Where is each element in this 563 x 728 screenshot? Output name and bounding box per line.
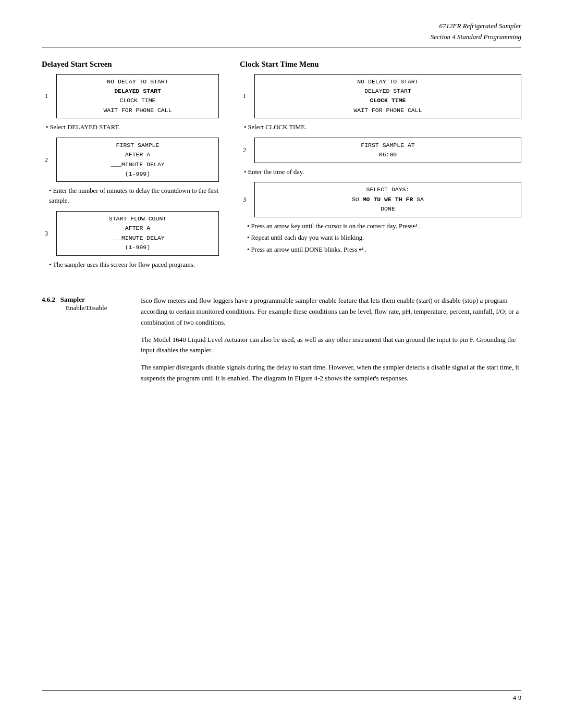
clock-start-title: Clock Start Time Menu — [240, 60, 521, 69]
ds1-line4: WAIT FOR PHONE CALL — [62, 106, 213, 115]
clock-bullet-1: • Select CLOCK TIME. — [244, 122, 521, 132]
ds2-line2: AFTER A — [62, 150, 213, 159]
clock-screen-2: FIRST SAMPLE AT 06:00 — [254, 138, 521, 163]
subsection-para-3: The sampler disregards disable signals d… — [141, 362, 521, 384]
cs3-line3: DONE — [260, 204, 516, 214]
page-number: 4-9 — [513, 694, 521, 701]
header-line2: Section 4 Standard Programming — [42, 32, 521, 43]
cs3-line2: SU MO TU WE TH FR SA — [260, 195, 516, 204]
delayed-screen-3: START FLOW COUNT AFTER A ___MINUTE DELAY… — [56, 211, 219, 256]
cs1-line4: WAIT FOR PHONE CALL — [260, 106, 516, 115]
clock-screen-1-wrapper: 1 NO DELAY TO START DELAYED START CLOCK … — [254, 74, 521, 119]
subsection-title-block: 4.6.2 Sampler Enable/Disable — [42, 295, 125, 390]
header-line1: 6712FR Refrigerated Sampler — [42, 21, 521, 32]
delayed-bullet-2-item: Enter the number of minutes to delay the… — [49, 186, 219, 206]
clock-screen-3: SELECT DAYS: SU MO TU WE TH FR SA DONE — [254, 182, 521, 217]
subsection-462: 4.6.2 Sampler Enable/Disable Isco flow m… — [42, 295, 521, 390]
footer: 4-9 — [42, 690, 521, 702]
delayed-screen-2: FIRST SAMPLE AFTER A ___MINUTE DELAY (1-… — [56, 138, 219, 182]
delayed-bullet-3-item: The sampler uses this screen for flow pa… — [49, 260, 219, 270]
delayed-bullet-3: The sampler uses this screen for flow pa… — [49, 260, 219, 270]
ds2-line3: ___MINUTE DELAY — [62, 160, 213, 169]
cs2-line2: 06:00 — [260, 150, 516, 159]
delayed-screen-1: NO DELAY TO START DELAYED START CLOCK TI… — [56, 74, 219, 119]
ds3-line4: (1-999) — [62, 243, 213, 252]
cs2-line1: FIRST SAMPLE AT — [260, 141, 516, 150]
two-column-section: Delayed Start Screen 1 NO DELAY TO START… — [42, 60, 521, 275]
subsection-body: Isco flow meters and flow loggers have a… — [141, 295, 521, 390]
subsection-number: 4.6.2 Sampler — [42, 295, 125, 304]
delayed-bullet-1: • Select DELAYED START. — [46, 122, 219, 132]
ds3-line1: START FLOW COUNT — [62, 214, 213, 224]
clock-bullet-3-item3: Press an arrow until DONE blinks. Press … — [247, 245, 521, 255]
subsection-para-2: The Model 1640 Liquid Level Actuator can… — [141, 335, 521, 356]
page: 6712FR Refrigerated Sampler Section 4 St… — [0, 0, 563, 728]
clock-row-label-1: 1 — [243, 92, 246, 100]
page-header: 6712FR Refrigerated Sampler Section 4 St… — [42, 21, 521, 43]
ds1-line1: NO DELAY TO START — [62, 77, 213, 87]
row-label-1: 1 — [45, 92, 48, 100]
cs3-line1: SELECT DAYS: — [260, 185, 516, 194]
delayed-start-section: Delayed Start Screen 1 NO DELAY TO START… — [42, 60, 219, 275]
ds1-line2: DELAYED START — [62, 87, 213, 96]
cs1-line1: NO DELAY TO START — [260, 77, 516, 87]
ds2-line1: FIRST SAMPLE — [62, 141, 213, 150]
ds2-line4: (1-999) — [62, 169, 213, 179]
clock-start-section: Clock Start Time Menu 1 NO DELAY TO STAR… — [240, 60, 521, 275]
subsection-subtitle: Enable/Disable — [42, 304, 125, 312]
delayed-start-title: Delayed Start Screen — [42, 60, 219, 69]
clock-screen-1: NO DELAY TO START DELAYED START CLOCK TI… — [254, 74, 521, 119]
cs1-line3: CLOCK TIME — [260, 96, 516, 105]
clock-row-label-2: 2 — [243, 146, 246, 154]
row-label-2: 2 — [45, 156, 48, 164]
clock-bullet-3: Press an arrow key until the cursor is o… — [247, 221, 521, 255]
ds3-line3: ___MINUTE DELAY — [62, 233, 213, 243]
header-divider — [42, 47, 521, 47]
clock-screen-3-wrapper: 3 SELECT DAYS: SU MO TU WE TH FR SA DONE — [254, 182, 521, 217]
clock-bullet-3-item1: Press an arrow key until the cursor is o… — [247, 221, 521, 231]
clock-bullet-3-item2: Repeat until each day you want is blinki… — [247, 233, 521, 243]
clock-row-label-3: 3 — [243, 196, 246, 204]
subsection-para-1: Isco flow meters and flow loggers have a… — [141, 295, 521, 328]
clock-bullet-2: • Enter the time of day. — [244, 167, 521, 177]
clock-screen-2-wrapper: 2 FIRST SAMPLE AT 06:00 — [254, 138, 521, 163]
delayed-screen-2-wrapper: 2 FIRST SAMPLE AFTER A ___MINUTE DELAY (… — [56, 138, 219, 182]
ds1-line3: CLOCK TIME — [62, 96, 213, 105]
ds3-line2: AFTER A — [62, 224, 213, 233]
delayed-screen-1-wrapper: 1 NO DELAY TO START DELAYED START CLOCK … — [56, 74, 219, 119]
row-label-3: 3 — [45, 229, 48, 237]
delayed-bullet-2: Enter the number of minutes to delay the… — [49, 186, 219, 206]
delayed-screen-3-wrapper: 3 START FLOW COUNT AFTER A ___MINUTE DEL… — [56, 211, 219, 256]
cs1-line2: DELAYED START — [260, 87, 516, 96]
